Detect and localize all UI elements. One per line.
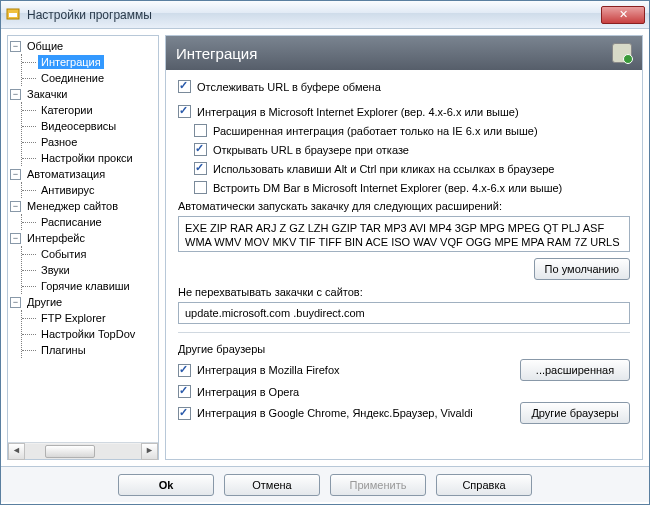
ie-dmbar-label: Встроить DM Bar в Microsoft Internet Exp… bbox=[213, 182, 562, 194]
tree-ftp[interactable]: FTP Explorer bbox=[22, 310, 158, 326]
ie-altctrl-checkbox[interactable] bbox=[194, 162, 207, 175]
ie-altctrl-label: Использовать клавиши Alt и Ctrl при клик… bbox=[213, 163, 554, 175]
panel-title: Интеграция bbox=[176, 45, 257, 62]
tree-scrollbar[interactable]: ◄ ► bbox=[8, 442, 158, 459]
tree-topdov[interactable]: Настройки TopDov bbox=[22, 326, 158, 342]
tree-categories[interactable]: Категории bbox=[22, 102, 158, 118]
other-browsers-title: Другие браузеры bbox=[178, 343, 630, 355]
advanced-button[interactable]: ...расширенная bbox=[520, 359, 630, 381]
skip-label: Не перехватывать закачки с сайтов: bbox=[178, 286, 630, 298]
content-header: Интеграция bbox=[166, 36, 642, 70]
scroll-thumb[interactable] bbox=[45, 445, 95, 458]
tree-general[interactable]: −Общие bbox=[8, 38, 158, 54]
cancel-button[interactable]: Отмена bbox=[224, 474, 320, 496]
ie-advanced-row[interactable]: Расширенная интеграция (работает только … bbox=[194, 124, 630, 137]
minus-icon[interactable]: − bbox=[10, 169, 21, 180]
ie-integration-row[interactable]: Интеграция в Microsoft Internet Explorer… bbox=[178, 105, 630, 118]
firefox-checkbox[interactable] bbox=[178, 364, 191, 377]
ie-openfail-row[interactable]: Открывать URL в браузере при отказе bbox=[194, 143, 630, 156]
minus-icon[interactable]: − bbox=[10, 297, 21, 308]
tree-sounds[interactable]: Звуки bbox=[22, 262, 158, 278]
ie-integration-label: Интеграция в Microsoft Internet Explorer… bbox=[197, 106, 519, 118]
tree-proxy[interactable]: Настройки прокси bbox=[22, 150, 158, 166]
tree-interface[interactable]: −Интерфейс bbox=[8, 230, 158, 246]
opera-row[interactable]: Интеграция в Opera bbox=[178, 385, 299, 398]
help-button[interactable]: Справка bbox=[436, 474, 532, 496]
chrome-label: Интеграция в Google Chrome, Яндекс.Брауз… bbox=[197, 407, 473, 419]
minus-icon[interactable]: − bbox=[10, 89, 21, 100]
other-browsers-button[interactable]: Другие браузеры bbox=[520, 402, 630, 424]
ie-dmbar-row[interactable]: Встроить DM Bar в Microsoft Internet Exp… bbox=[194, 181, 630, 194]
content-panel: Интеграция Отслеживать URL в буфере обме… bbox=[165, 35, 643, 460]
firefox-row[interactable]: Интеграция в Mozilla Firefox bbox=[178, 364, 340, 377]
tree-sitemanager[interactable]: −Менеджер сайтов bbox=[8, 198, 158, 214]
ie-advanced-label: Расширенная интеграция (работает только … bbox=[213, 125, 538, 137]
chrome-row[interactable]: Интеграция в Google Chrome, Яндекс.Брауз… bbox=[178, 407, 473, 420]
settings-tree[interactable]: −Общие Интеграция Соединение −Закачки Ка… bbox=[8, 36, 158, 442]
close-button[interactable]: ✕ bbox=[601, 6, 645, 24]
opera-label: Интеграция в Opera bbox=[197, 386, 299, 398]
tree-integration[interactable]: Интеграция bbox=[22, 54, 158, 70]
tree-hotkeys[interactable]: Горячие клавиши bbox=[22, 278, 158, 294]
auto-ext-label: Автоматически запускать закачку для след… bbox=[178, 200, 630, 212]
scroll-right-icon[interactable]: ► bbox=[141, 443, 158, 460]
tree-panel: −Общие Интеграция Соединение −Закачки Ка… bbox=[7, 35, 159, 460]
ie-openfail-checkbox[interactable] bbox=[194, 143, 207, 156]
minus-icon[interactable]: − bbox=[10, 233, 21, 244]
tree-videoservices[interactable]: Видеосервисы bbox=[22, 118, 158, 134]
tree-antivirus[interactable]: Антивирус bbox=[22, 182, 158, 198]
skip-sites-input[interactable] bbox=[178, 302, 630, 324]
ok-button[interactable]: Ok bbox=[118, 474, 214, 496]
opera-checkbox[interactable] bbox=[178, 385, 191, 398]
titlebar[interactable]: Настройки программы ✕ bbox=[1, 1, 649, 29]
svg-rect-1 bbox=[9, 13, 17, 17]
ie-dmbar-checkbox[interactable] bbox=[194, 181, 207, 194]
minus-icon[interactable]: − bbox=[10, 41, 21, 52]
integration-icon bbox=[612, 43, 632, 63]
footer: Ok Отмена Применить Справка bbox=[1, 466, 649, 502]
divider bbox=[178, 332, 630, 333]
tree-schedule[interactable]: Расписание bbox=[22, 214, 158, 230]
monitor-clipboard-checkbox[interactable] bbox=[178, 80, 191, 93]
ie-openfail-label: Открывать URL в браузере при отказе bbox=[213, 144, 409, 156]
default-button[interactable]: По умолчанию bbox=[534, 258, 630, 280]
window-title: Настройки программы bbox=[27, 8, 601, 22]
monitor-clipboard-row[interactable]: Отслеживать URL в буфере обмена bbox=[178, 80, 630, 93]
tree-automation[interactable]: −Автоматизация bbox=[8, 166, 158, 182]
tree-connection[interactable]: Соединение bbox=[22, 70, 158, 86]
ie-altctrl-row[interactable]: Использовать клавиши Alt и Ctrl при клик… bbox=[194, 162, 630, 175]
content-body: Отслеживать URL в буфере обмена Интеграц… bbox=[166, 70, 642, 459]
apply-button[interactable]: Применить bbox=[330, 474, 426, 496]
ie-integration-checkbox[interactable] bbox=[178, 105, 191, 118]
minus-icon[interactable]: − bbox=[10, 201, 21, 212]
tree-downloads[interactable]: −Закачки bbox=[8, 86, 158, 102]
ie-advanced-checkbox[interactable] bbox=[194, 124, 207, 137]
scroll-left-icon[interactable]: ◄ bbox=[8, 443, 25, 460]
tree-events[interactable]: События bbox=[22, 246, 158, 262]
tree-other[interactable]: Разное bbox=[22, 134, 158, 150]
settings-window: Настройки программы ✕ −Общие Интеграция … bbox=[0, 0, 650, 505]
body: −Общие Интеграция Соединение −Закачки Ка… bbox=[1, 29, 649, 466]
tree-plugins[interactable]: Плагины bbox=[22, 342, 158, 358]
chrome-checkbox[interactable] bbox=[178, 407, 191, 420]
monitor-clipboard-label: Отслеживать URL в буфере обмена bbox=[197, 81, 381, 93]
scroll-track[interactable] bbox=[25, 444, 141, 459]
firefox-label: Интеграция в Mozilla Firefox bbox=[197, 364, 340, 376]
tree-others[interactable]: −Другие bbox=[8, 294, 158, 310]
extensions-input[interactable] bbox=[178, 216, 630, 252]
app-icon bbox=[5, 7, 21, 23]
